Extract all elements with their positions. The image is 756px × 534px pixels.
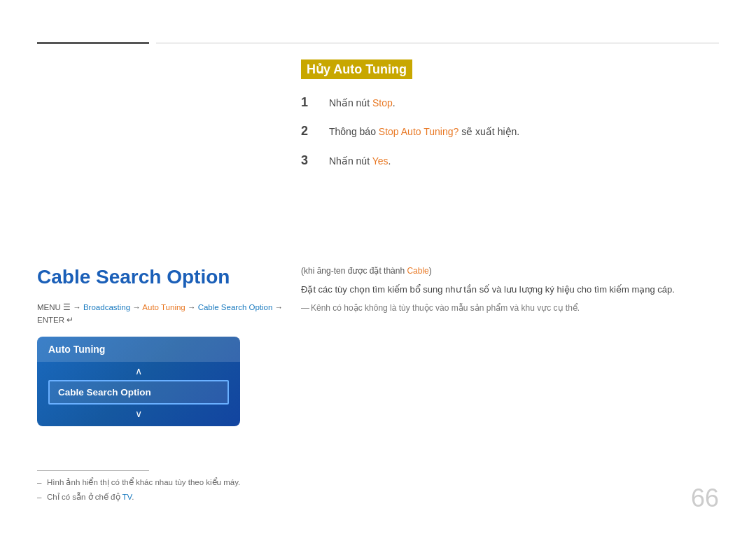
cable-note-top: (khi ăng-ten được đặt thành Cable) (301, 266, 719, 276)
huy-auto-tuning-title: Hủy Auto Tuning (301, 59, 412, 79)
line-long (156, 43, 719, 43)
step-2: 2 Thông báo Stop Auto Tuning? sẽ xuất hi… (301, 123, 719, 139)
page-number: 66 (691, 484, 719, 513)
step-3: 3 Nhấn nút Yes. (301, 153, 719, 169)
step-2-num: 2 (301, 123, 322, 139)
tv-ui-cable-search-item[interactable]: Cable Search Option (48, 380, 229, 405)
enter-icon: ↵ (66, 316, 74, 324)
cable-description: Đặt các tùy chọn tìm kiếm bổ sung như tầ… (301, 283, 719, 297)
step-1-highlight: Stop (372, 97, 393, 108)
steps-list: 1 Nhấn nút Stop. 2 Thông báo Stop Auto T… (301, 94, 719, 169)
step-3-highlight: Yes (372, 155, 388, 167)
cable-search-title: Cable Search Option (37, 266, 296, 288)
chevron-down-icon: ∨ (135, 408, 142, 419)
tv-ui-mockup: Auto Tuning ∧ Cable Search Option ∨ (37, 337, 240, 426)
top-divider (37, 42, 719, 44)
cable-search-option-link: Cable Search Option (198, 303, 273, 311)
cable-highlight: Cable (407, 266, 428, 276)
autotuning-link: Auto Tuning (142, 303, 185, 311)
tv-ui-header: Auto Tuning (37, 337, 240, 362)
tv-ui-arrow-down[interactable]: ∨ (37, 405, 240, 426)
step-1-text: Nhấn nút Stop. (329, 94, 396, 111)
tv-ui-arrow-up[interactable]: ∧ (37, 362, 240, 380)
cable-sub-note: Kênh có hoặc không là tùy thuộc vào mẫu … (301, 302, 719, 314)
chevron-up-icon: ∧ (135, 365, 142, 377)
menu-path: MENU ☰ → Broadcasting → Auto Tuning → Ca… (37, 301, 296, 327)
step-1-num: 1 (301, 94, 322, 111)
step-2-text: Thông báo Stop Auto Tuning? sẽ xuất hiện… (329, 123, 519, 139)
step-1: 1 Nhấn nút Stop. (301, 94, 719, 111)
footnote-1: Hình ảnh hiển thị có thể khác nhau tùy t… (37, 477, 719, 488)
tv-highlight: TV (122, 493, 132, 501)
right-description: (khi ăng-ten được đặt thành Cable) Đặt c… (301, 266, 719, 314)
footnote-2: Chỉ có sẵn ở chế độ TV. (37, 491, 719, 503)
step-2-highlight: Stop Auto Tuning? (379, 126, 458, 137)
line-short (37, 42, 149, 44)
footnotes: Hình ảnh hiển thị có thể khác nhau tùy t… (37, 470, 719, 506)
cable-search-option-section: Cable Search Option MENU ☰ → Broadcastin… (37, 266, 296, 426)
footnote-divider (37, 470, 149, 471)
huy-auto-tuning-section: Hủy Auto Tuning 1 Nhấn nút Stop. 2 Thông… (301, 59, 719, 181)
step-3-num: 3 (301, 153, 322, 169)
menu-icon: ☰ (63, 303, 71, 311)
broadcasting-link: Broadcasting (83, 303, 130, 311)
step-3-text: Nhấn nút Yes. (329, 153, 391, 169)
